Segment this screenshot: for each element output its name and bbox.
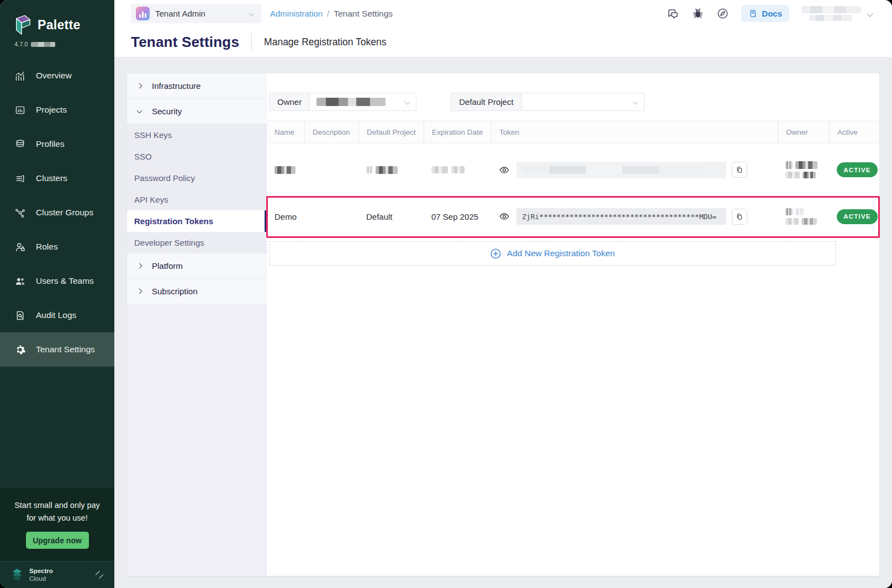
column-header-active: Active [829,121,879,143]
chevron-down-icon [405,99,410,105]
users-teams-icon [14,276,26,287]
eye-icon[interactable] [499,211,510,222]
sidebar-item-users-teams[interactable]: Users & Teams [0,264,114,298]
sidebar-nav: Overview Projects Profiles Clusters Clus… [0,59,114,367]
palette-logo-icon [13,14,32,35]
sidebar-item-overview[interactable]: Overview [0,59,114,93]
sidebar-item-label: Roles [36,242,58,252]
sidebar-item-cluster-groups[interactable]: Cluster Groups [0,195,114,230]
sidebar-item-label: Profiles [36,139,65,149]
sidebar-item-tenant-settings[interactable]: Tenant Settings [0,332,114,367]
sidebar-item-label: Clusters [36,173,67,183]
column-header-name: Name [267,121,304,143]
default-project-filter-select[interactable] [522,93,644,110]
sidebar-item-label: Tenant Settings [36,345,95,354]
cell-name-redacted [267,144,304,196]
cell-owner-redacted [778,144,829,196]
accordion-security[interactable]: Security [127,99,267,124]
accordion-label: Subscription [152,287,198,296]
accordion-subscription[interactable]: Subscription [127,279,267,304]
gear-icon [14,344,26,356]
user-name-redacted [801,6,861,21]
chevron-down-icon [137,108,142,113]
breadcrumb: Administration / Tenant Settings [270,9,393,19]
roles-icon [14,241,26,253]
accordion-platform[interactable]: Platform [127,253,267,279]
topbar-actions: Docs [667,5,872,22]
page-title: Tenant Settings [131,34,239,51]
scope-selector[interactable]: Tenant Admin [131,4,261,23]
table-row[interactable]: ACTIVE [267,144,879,197]
book-icon [748,9,758,18]
sidebar-item-clusters[interactable]: Clusters [0,161,114,195]
docs-label: Docs [762,9,782,18]
breadcrumb-separator: / [327,9,329,18]
cell-expiration-redacted [424,144,491,196]
filter-bar: Owner Default Project [269,93,645,111]
table-row[interactable]: Demo Default 07 Sep 2025 ZjRi***********… [267,197,879,237]
sidebar-item-label: Cluster Groups [36,208,93,218]
eye-icon[interactable] [499,165,510,176]
sidebar-item-label: Audit Logs [36,310,76,320]
topbar-row-2: Tenant Settings Manage Registration Toke… [114,27,892,57]
token-value-redacted [516,162,726,178]
owner-filter-select[interactable] [310,93,416,110]
chevron-right-icon [137,263,142,269]
chevron-right-icon [137,83,142,89]
owner-filter-value-redacted [316,98,386,106]
bug-icon[interactable] [692,7,704,20]
user-menu[interactable] [801,6,872,21]
settings-nav-item-ssh-keys[interactable]: SSH Keys [127,124,267,146]
sidebar-item-audit-logs[interactable]: Audit Logs [0,298,114,332]
copy-icon[interactable] [732,209,747,225]
cell-default-project: Default [358,197,424,236]
settings-nav-filler [127,304,267,576]
footer-brand: Spectro Cloud [29,567,53,583]
version-suffix-redacted [31,42,55,47]
sidebar-item-label: Overview [36,71,72,81]
settings-nav-item-sso[interactable]: SSO [127,146,267,167]
brand-logo-row: Palette [0,0,114,36]
topbar-row-1: Tenant Admin Administration / Tenant Set… [114,0,892,27]
compass-icon[interactable] [716,7,729,20]
default-project-filter-label: Default Project [451,93,521,110]
overview-icon [14,70,26,82]
sidebar-item-roles[interactable]: Roles [0,230,114,264]
settings-nav-item-registration-tokens[interactable]: Registration Tokens [127,210,267,232]
settings-nav-item-password-policy[interactable]: Password Policy [127,167,267,189]
main-sidebar: Palette 4.7.0 Overview Projects Profiles… [0,0,114,588]
title-divider [251,33,252,51]
settings-nav-item-api-keys[interactable]: API Keys [127,189,267,210]
docs-button[interactable]: Docs [741,5,789,22]
sidebar-item-profiles[interactable]: Profiles [0,127,114,161]
column-header-owner: Owner [778,121,829,143]
brand-name: Palette [38,18,81,33]
spectro-cloud-logo [10,568,24,582]
chat-icon[interactable] [667,7,679,20]
plus-circle-icon [490,248,502,259]
chevron-down-icon [632,99,638,105]
accordion-label: Infrastructure [152,81,200,91]
projects-icon [14,104,26,116]
status-badge: ACTIVE [837,209,878,224]
copy-icon[interactable] [732,162,747,178]
cell-active: ACTIVE [829,197,879,236]
owner-filter-label: Owner [270,93,310,110]
chevron-right-icon [137,289,142,294]
settings-nav: Infrastructure Security SSH Keys SSO Pas… [127,73,267,576]
cell-default-project-redacted [358,144,424,196]
upgrade-now-button[interactable]: Upgrade now [26,532,89,549]
settings-nav-item-developer-settings[interactable]: Developer Settings [127,232,267,253]
sidebar-item-projects[interactable]: Projects [0,93,114,127]
breadcrumb-administration[interactable]: Administration [270,9,323,18]
token-value-masked: ZjRi************************************… [516,208,726,225]
accordion-label: Platform [152,261,183,271]
content-area: Infrastructure Security SSH Keys SSO Pas… [114,57,892,588]
page-subtitle: Manage Registration Tokens [264,36,386,48]
chevron-left-icon[interactable] [96,571,103,579]
add-registration-token-row[interactable]: Add New Registration Token [269,241,836,266]
scope-label: Tenant Admin [155,9,244,18]
column-header-token: Token [491,121,778,143]
column-header-default-project: Default Project [358,121,424,143]
accordion-infrastructure[interactable]: Infrastructure [127,73,267,99]
